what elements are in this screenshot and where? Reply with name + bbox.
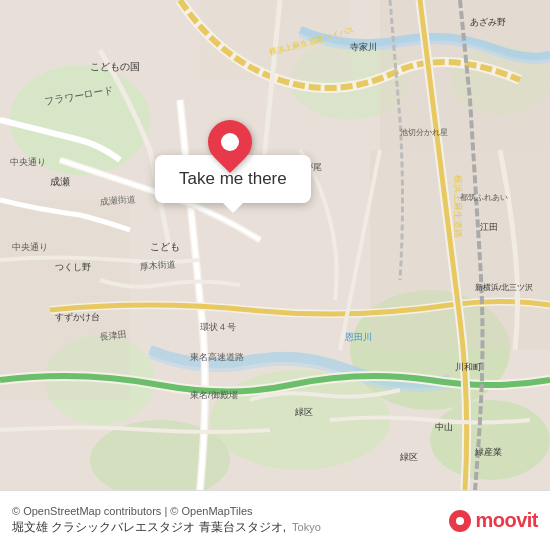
svg-text:恩田川: 恩田川: [344, 332, 372, 342]
moovit-logo: moovit: [449, 509, 538, 532]
moovit-logo-container: moovit: [449, 509, 538, 532]
map-pin: [208, 120, 252, 164]
place-name: 堀文雄 クラシックバレエスタジオ 青葉台スタジオ,: [12, 519, 286, 536]
svg-text:緑区: 緑区: [399, 452, 418, 462]
pin-circle: [199, 111, 261, 173]
location-label: Tokyo: [292, 521, 321, 533]
svg-text:江田: 江田: [480, 222, 498, 232]
svg-text:中央通り: 中央通り: [10, 157, 46, 167]
svg-text:緑区: 緑区: [294, 407, 313, 417]
moovit-dot-inner: [456, 517, 464, 525]
svg-text:環状４号: 環状４号: [200, 322, 236, 332]
svg-text:東名/御殿場: 東名/御殿場: [190, 390, 238, 400]
svg-text:緑産業: 緑産業: [474, 447, 502, 457]
svg-text:こども: こども: [150, 241, 180, 252]
moovit-text: moovit: [475, 509, 538, 532]
pin-inner: [221, 133, 239, 151]
svg-text:寺家川: 寺家川: [350, 42, 377, 52]
svg-text:こどもの国: こどもの国: [90, 61, 140, 72]
svg-rect-11: [0, 200, 130, 400]
attribution-text: © OpenStreetMap contributors | © OpenMap…: [12, 505, 441, 517]
svg-text:中山: 中山: [435, 422, 453, 432]
svg-text:川和町: 川和町: [455, 362, 482, 372]
svg-text:新横浜/北三ツ沢: 新横浜/北三ツ沢: [475, 283, 533, 292]
svg-text:すずかけ台: すずかけ台: [55, 312, 100, 322]
svg-text:横浜上麻生道路: 横浜上麻生道路: [453, 175, 463, 238]
map-container: フラワーロード 中央通り 中央通り 成瀬 成瀬街道 つくし野 すずかけ台 こども…: [0, 0, 550, 490]
svg-text:東名高速道路: 東名高速道路: [190, 352, 244, 362]
moovit-dot: [449, 510, 471, 532]
svg-text:あざみ野: あざみ野: [470, 17, 506, 27]
svg-text:池切分かれ星: 池切分かれ星: [400, 128, 448, 137]
svg-point-3: [430, 400, 550, 480]
footer-bar: © OpenStreetMap contributors | © OpenMap…: [0, 490, 550, 550]
svg-text:都筑ふれあい: 都筑ふれあい: [460, 193, 508, 202]
svg-text:つくし野: つくし野: [55, 262, 91, 272]
svg-text:中央通り: 中央通り: [12, 242, 48, 252]
svg-text:成瀬: 成瀬: [50, 176, 70, 187]
